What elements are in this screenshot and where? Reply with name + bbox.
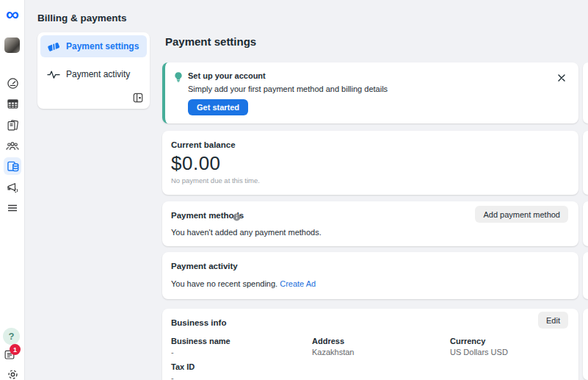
- payment-activity-card: Payment activity You have no recent spen…: [162, 252, 578, 299]
- rail-item-all-tools[interactable]: [4, 199, 21, 217]
- subnav-item-payment-activity[interactable]: Payment activity: [40, 63, 147, 85]
- gear-icon: [7, 368, 19, 380]
- people-icon: [6, 140, 19, 151]
- add-payment-method-button[interactable]: Add payment method: [475, 206, 568, 223]
- cutoff-card-sliver: [583, 201, 588, 246]
- card-title: Payment activity: [171, 262, 238, 270]
- page-heading: Payment settings: [165, 35, 256, 48]
- billing-subnav: Payment settings Payment activity: [37, 32, 150, 109]
- business-info-column: Address Kazakhstan: [312, 337, 354, 362]
- pages-icon: [7, 119, 19, 132]
- field-value: Kazakhstan: [312, 348, 354, 356]
- rail-item-promote[interactable]: [4, 179, 21, 196]
- app-rail: ∞: [0, 0, 25, 380]
- rail-item-campaigns[interactable]: [4, 95, 21, 112]
- table-icon: [7, 98, 19, 110]
- settings-button[interactable]: [4, 365, 21, 380]
- setup-banner: Set up your account Simply add your firs…: [162, 62, 578, 123]
- cutoff-card-sliver: [583, 62, 588, 123]
- info-icon[interactable]: [233, 211, 241, 224]
- card-title: Current balance: [171, 140, 236, 149]
- field-value: -: [171, 348, 231, 356]
- help-button[interactable]: ?: [3, 328, 20, 345]
- billing-payments-screen: ∞: [0, 0, 588, 380]
- close-icon[interactable]: [557, 72, 566, 81]
- notification-badge: 1: [10, 344, 21, 355]
- pulse-icon: [47, 69, 60, 80]
- workspace-avatar[interactable]: [4, 37, 20, 53]
- speedometer-icon: [7, 77, 19, 90]
- section-title: Billing & payments: [37, 12, 127, 24]
- meta-logo-icon[interactable]: ∞: [0, 3, 25, 25]
- cutoff-card-sliver: [583, 131, 588, 195]
- balance-amount: $0.00: [171, 152, 221, 175]
- subnav-item-payment-settings[interactable]: Payment settings: [40, 35, 147, 57]
- menu-icon: [7, 203, 18, 213]
- lightbulb-icon: [173, 71, 184, 85]
- business-info-card: Business info Edit Business name - Tax I…: [162, 309, 578, 380]
- billing-icon: [7, 160, 19, 173]
- field-label: Tax ID: [171, 362, 231, 371]
- field-label: Currency: [450, 337, 508, 345]
- rail-item-billing[interactable]: [4, 157, 21, 175]
- payment-methods-empty-text: You haven't added any payment methods.: [171, 228, 322, 237]
- cutoff-card-sliver: [583, 252, 588, 299]
- cutoff-card-sliver: [583, 309, 588, 380]
- balance-note: No payment due at this time.: [171, 176, 260, 184]
- subnav-label: Payment activity: [66, 69, 130, 79]
- banner-title: Set up your account: [188, 71, 266, 80]
- card-title: Business info: [171, 318, 226, 327]
- payment-activity-empty-text: You have no recent spending.: [171, 279, 277, 288]
- subnav-label: Payment settings: [66, 41, 139, 51]
- business-info-column: Currency US Dollars USD: [450, 337, 508, 362]
- field-value: US Dollars USD: [450, 348, 508, 356]
- question-mark-icon: ?: [9, 331, 15, 342]
- rail-item-audiences[interactable]: [4, 137, 21, 154]
- rail-item-overview[interactable]: [4, 74, 21, 92]
- collapse-sidebar-icon[interactable]: [133, 93, 143, 103]
- credit-card-icon: [47, 41, 60, 52]
- megaphone-icon: [7, 182, 19, 194]
- get-started-button[interactable]: Get started: [188, 99, 248, 115]
- current-balance-card: Current balance $0.00 No payment due at …: [162, 131, 578, 195]
- banner-description: Simply add your first payment method and…: [188, 85, 388, 93]
- payment-methods-card: Payment methods You haven't added any pa…: [162, 201, 578, 246]
- edit-business-info-button[interactable]: Edit: [538, 312, 568, 329]
- rail-item-pages[interactable]: [4, 116, 21, 134]
- business-info-column: Business name - Tax ID -: [171, 337, 231, 380]
- field-value: -: [171, 373, 231, 380]
- create-ad-link[interactable]: Create Ad: [280, 279, 316, 288]
- updates-button[interactable]: 1: [4, 348, 21, 365]
- field-label: Address: [312, 337, 354, 345]
- field-label: Business name: [171, 337, 231, 345]
